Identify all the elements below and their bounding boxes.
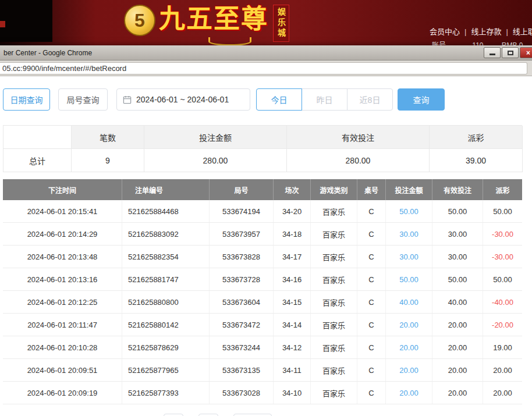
nav-link[interactable]: 线上取款 (513, 27, 532, 36)
cell-round-id: 533673828 (210, 246, 274, 268)
coin-number: 5 (134, 10, 145, 31)
cell-bet-time: 2024-06-01 20:13:16 (3, 268, 122, 290)
summary-value-bet-amount: 280.00 (144, 149, 287, 172)
calendar-icon (123, 95, 132, 104)
nav-link[interactable]: 线上存款 (471, 27, 501, 36)
pagination-page-button[interactable] (198, 414, 218, 416)
table-row: 2024-06-01 20:14:29521625883092533673957… (3, 223, 522, 246)
summary-header-row: 笔数 投注金额 有效投注 派彩 (3, 126, 522, 149)
cell-game-type: 百家乐 (311, 359, 357, 381)
nav-separator: | (506, 27, 508, 36)
round-query-button[interactable]: 局号查询 (58, 88, 108, 111)
col-header-bet-amount: 投注金额 (386, 179, 432, 200)
cell-bet-amount[interactable]: 20.00 (386, 382, 432, 404)
casino-logo: 5 九五至尊 娱乐城 (124, 1, 289, 42)
browser-window: ber Center - Google Chrome × 05.cc:9900/… (0, 45, 532, 416)
cell-bet-time: 2024-06-01 20:09:19 (3, 382, 122, 404)
summary-header-valid-bet: 有效投注 (287, 126, 430, 149)
minimize-button[interactable] (484, 47, 501, 58)
window-title-bar[interactable]: ber Center - Google Chrome × (0, 45, 532, 61)
summary-header-bet-amount: 投注金额 (144, 126, 287, 149)
cell-round-id: 533673028 (210, 382, 274, 404)
bet-table-header: 下注时间注单编号局号场次游戏类别桌号投注金额有效投注派彩 (3, 179, 522, 200)
cell-valid-bet: 40.00 (432, 291, 483, 313)
cell-game-type: 百家乐 (311, 336, 357, 358)
cell-bet-id: 521625880800 (122, 291, 210, 313)
cell-valid-bet: 20.00 (432, 359, 483, 381)
summary-header-payout: 派彩 (430, 126, 523, 149)
window-title: ber Center - Google Chrome (3, 49, 92, 57)
quick-range-group: 今日昨日近8日 (256, 88, 393, 111)
search-button[interactable]: 查询 (398, 88, 445, 111)
cell-bet-amount[interactable]: 20.00 (386, 336, 432, 358)
summary-total-label: 总计 (3, 149, 72, 172)
site-nav: 会员中心|线上存款|线上取款 (430, 26, 532, 37)
cell-payout: -30.00 (483, 246, 522, 268)
left-edge-red-block (0, 21, 5, 27)
cell-bet-id: 521625878629 (122, 336, 210, 358)
cell-session: 34-16 (274, 268, 311, 290)
summary-value-payout: 39.00 (430, 149, 523, 172)
col-header-session: 场次 (274, 179, 311, 200)
cell-round-id: 533673604 (210, 291, 274, 313)
cell-session: 34-14 (274, 314, 311, 336)
summary-corner-cell (3, 126, 72, 149)
cell-bet-amount[interactable]: 30.00 (386, 246, 432, 268)
cell-round-id: 533673957 (210, 223, 274, 245)
cell-bet-time: 2024-06-01 20:14:29 (3, 223, 122, 245)
cell-bet-amount[interactable]: 40.00 (386, 291, 432, 313)
table-row: 2024-06-01 20:13:48521625882354533673828… (3, 246, 522, 268)
cell-payout: -40.00 (483, 291, 522, 313)
cell-payout: 50.00 (483, 268, 522, 290)
table-row: 2024-06-01 20:15:41521625884468533674194… (3, 200, 522, 223)
cell-bet-amount[interactable]: 20.00 (386, 359, 432, 381)
cell-game-type: 百家乐 (311, 291, 357, 313)
cell-table-no: C (357, 382, 386, 404)
pagination-prev-button[interactable] (164, 414, 183, 416)
screen: 5 九五至尊 娱乐城 会员中心|线上存款|线上取款 账号 110 RMB 0 b… (0, 0, 532, 416)
col-header-round-id: 局号 (210, 179, 274, 200)
coin-logo-icon: 5 (124, 5, 155, 36)
quick-range-today[interactable]: 今日 (256, 88, 302, 111)
cell-bet-amount[interactable]: 20.00 (386, 314, 432, 336)
bet-record-table: 下注时间注单编号局号场次游戏类别桌号投注金额有效投注派彩 2024-06-01 … (3, 179, 522, 404)
cell-bet-amount[interactable]: 50.00 (386, 200, 432, 222)
cell-session: 34-15 (274, 291, 311, 313)
cell-valid-bet: 50.00 (432, 268, 483, 290)
cell-game-type: 百家乐 (311, 382, 357, 404)
date-range-picker[interactable]: 2024-06-01 ~ 2024-06-01 (116, 88, 250, 111)
pagination-next-button[interactable] (233, 414, 272, 416)
cell-table-no: C (357, 314, 386, 336)
col-header-bet-time: 下注时间 (3, 179, 122, 200)
cell-bet-id: 521625882354 (122, 246, 210, 268)
summary-total-row: 总计 9 280.00 280.00 39.00 (3, 149, 522, 172)
cell-session: 34-10 (274, 382, 311, 404)
cell-bet-id: 521625877393 (122, 382, 210, 404)
col-header-game-type: 游戏类别 (311, 179, 357, 200)
nav-separator: | (464, 27, 466, 36)
date-query-button[interactable]: 日期查询 (3, 88, 50, 111)
cell-bet-id: 521625881747 (122, 268, 210, 290)
cell-round-id: 533674194 (210, 200, 274, 222)
nav-link[interactable]: 会员中心 (430, 27, 460, 36)
cell-table-no: C (357, 291, 386, 313)
header-black-panel (0, 0, 52, 42)
cell-game-type: 百家乐 (311, 223, 357, 245)
url-input[interactable]: 05.cc:9900/infe/mcenter/#/betRecord (0, 62, 527, 74)
cell-table-no: C (357, 268, 386, 290)
minimize-icon (490, 54, 495, 55)
maximize-button[interactable] (502, 47, 519, 58)
quick-range-last8days[interactable]: 近8日 (347, 88, 393, 111)
summary-table: 笔数 投注金额 有效投注 派彩 总计 9 280.00 280.00 39.00 (3, 125, 522, 172)
col-header-payout: 派彩 (483, 179, 522, 200)
cell-bet-amount[interactable]: 30.00 (386, 223, 432, 245)
cell-round-id: 533673244 (210, 336, 274, 358)
cell-round-id: 533673472 (210, 314, 274, 336)
cell-bet-amount[interactable]: 50.00 (386, 268, 432, 290)
table-row: 2024-06-01 20:10:28521625878629533673244… (3, 336, 522, 359)
logo-title: 九五至尊 (159, 1, 268, 37)
quick-range-yesterday[interactable]: 昨日 (302, 88, 347, 111)
maximize-icon (508, 51, 513, 55)
close-button[interactable]: × (520, 47, 532, 58)
table-row: 2024-06-01 20:13:16521625881747533673728… (3, 268, 522, 291)
